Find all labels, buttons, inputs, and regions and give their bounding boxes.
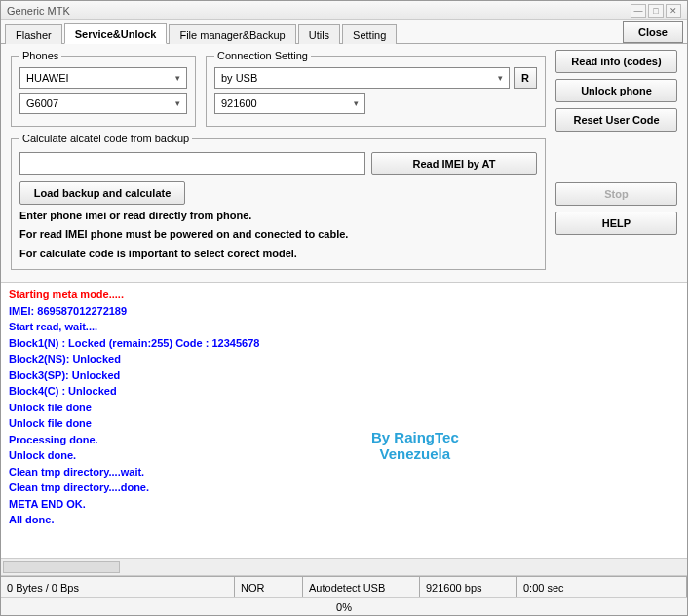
minimize-button[interactable]: — bbox=[631, 4, 646, 18]
help-button[interactable]: HELP bbox=[555, 212, 677, 235]
status-nor: NOR bbox=[235, 577, 303, 597]
instruction-2: For read IMEI phone must be powered on a… bbox=[19, 227, 537, 242]
log-line: Block2(NS): Unlocked bbox=[9, 351, 679, 367]
top-row: Phones HUAWEI G6007 Connection Setting b… bbox=[11, 50, 546, 127]
brand-value: HUAWEI bbox=[26, 72, 69, 84]
reset-user-code-button[interactable]: Reset User Code bbox=[555, 108, 677, 132]
read-imei-button[interactable]: Read IMEI by AT bbox=[371, 152, 537, 175]
horizontal-scrollbar[interactable] bbox=[1, 558, 687, 576]
progress-value: 0% bbox=[336, 601, 352, 613]
watermark: By RaingTec Venezuela bbox=[371, 429, 459, 462]
imei-input[interactable] bbox=[19, 152, 365, 175]
content-area: Phones HUAWEI G6007 Connection Setting b… bbox=[1, 44, 687, 283]
titlebar: Generic MTK — □ ✕ bbox=[1, 1, 687, 20]
tab-file-manager-backup[interactable]: File manager&Backup bbox=[169, 24, 295, 44]
tab-service-unlock[interactable]: Service&Unlock bbox=[64, 23, 168, 44]
log-line: Clean tmp directory....wait. bbox=[9, 464, 679, 481]
tab-utils[interactable]: Utils bbox=[298, 24, 340, 44]
brand-select[interactable]: HUAWEI bbox=[19, 67, 187, 89]
log-line: Block1(N) : Locked (remain:255) Code : 1… bbox=[9, 335, 679, 352]
maximize-button[interactable]: □ bbox=[648, 4, 664, 18]
log-line: Block3(SP): Unlocked bbox=[9, 367, 679, 384]
close-window-button[interactable]: ✕ bbox=[666, 4, 681, 18]
connection-legend: Connection Setting bbox=[214, 50, 311, 61]
log-line: Unlock file done bbox=[9, 415, 679, 432]
status-usb: Autodetect USB bbox=[303, 577, 420, 597]
status-time: 0:00 sec bbox=[517, 577, 687, 597]
log-line: IMEI: 869587012272189 bbox=[9, 303, 679, 320]
log-output[interactable]: By RaingTec Venezuela Starting meta mode… bbox=[1, 283, 687, 558]
calculate-group: Calculate alcatel code from backup Read … bbox=[11, 133, 546, 270]
tab-setting[interactable]: Setting bbox=[342, 24, 397, 44]
log-line: Unlock file done bbox=[9, 400, 679, 416]
connection-group: Connection Setting by USB R 921600 bbox=[206, 50, 546, 127]
log-line: Processing done. bbox=[9, 432, 679, 448]
connection-mode-value: by USB bbox=[221, 72, 257, 84]
log-line: Unlock done. bbox=[9, 447, 679, 464]
scrollbar-thumb[interactable] bbox=[3, 561, 120, 573]
model-select[interactable]: G6007 bbox=[19, 93, 187, 114]
instruction-1: Enter phone imei or read directly from p… bbox=[19, 209, 537, 223]
tab-flasher[interactable]: Flasher bbox=[5, 24, 62, 44]
log-line: Block4(C) : Unlocked bbox=[9, 383, 679, 400]
status-bar: 0 Bytes / 0 Bps NOR Autodetect USB 92160… bbox=[1, 576, 687, 597]
r-button[interactable]: R bbox=[514, 67, 537, 89]
model-value: G6007 bbox=[26, 97, 58, 109]
log-line: Starting meta mode..... bbox=[9, 287, 679, 303]
close-button[interactable]: Close bbox=[623, 21, 683, 43]
log-line: META END OK. bbox=[9, 496, 679, 513]
app-window: Generic MTK — □ ✕ Flasher Service&Unlock… bbox=[0, 0, 688, 616]
phones-legend: Phones bbox=[19, 50, 61, 61]
calculate-group-wrap: Calculate alcatel code from backup Read … bbox=[11, 133, 546, 270]
baud-value: 921600 bbox=[221, 97, 257, 109]
connection-mode-select[interactable]: by USB bbox=[214, 67, 510, 89]
status-bytes: 0 Bytes / 0 Bps bbox=[1, 577, 235, 597]
log-line: Start read, wait.... bbox=[9, 319, 679, 335]
log-line: All done. bbox=[9, 512, 679, 528]
tab-bar: Flasher Service&Unlock File manager&Back… bbox=[1, 20, 687, 44]
instruction-3: For calculate code is important to selec… bbox=[19, 247, 537, 261]
watermark-line1: By RaingTec bbox=[371, 429, 459, 445]
unlock-phone-button[interactable]: Unlock phone bbox=[555, 79, 677, 102]
log-line: Clean tmp directory....done. bbox=[9, 480, 679, 496]
progress-bar: 0% bbox=[1, 597, 687, 615]
baud-select[interactable]: 921600 bbox=[214, 93, 365, 114]
stop-button[interactable]: Stop bbox=[555, 182, 677, 206]
phones-group: Phones HUAWEI G6007 bbox=[11, 50, 196, 127]
watermark-line2: Venezuela bbox=[371, 445, 459, 462]
right-column: Read info (codes) Unlock phone Reset Use… bbox=[546, 50, 677, 270]
status-bps: 921600 bps bbox=[420, 577, 517, 597]
calculate-legend: Calculate alcatel code from backup bbox=[19, 133, 192, 144]
read-info-button[interactable]: Read info (codes) bbox=[555, 50, 677, 73]
left-column: Phones HUAWEI G6007 Connection Setting b… bbox=[11, 50, 546, 270]
load-backup-button[interactable]: Load backup and calculate bbox=[19, 181, 185, 205]
window-title: Generic MTK bbox=[7, 5, 70, 17]
